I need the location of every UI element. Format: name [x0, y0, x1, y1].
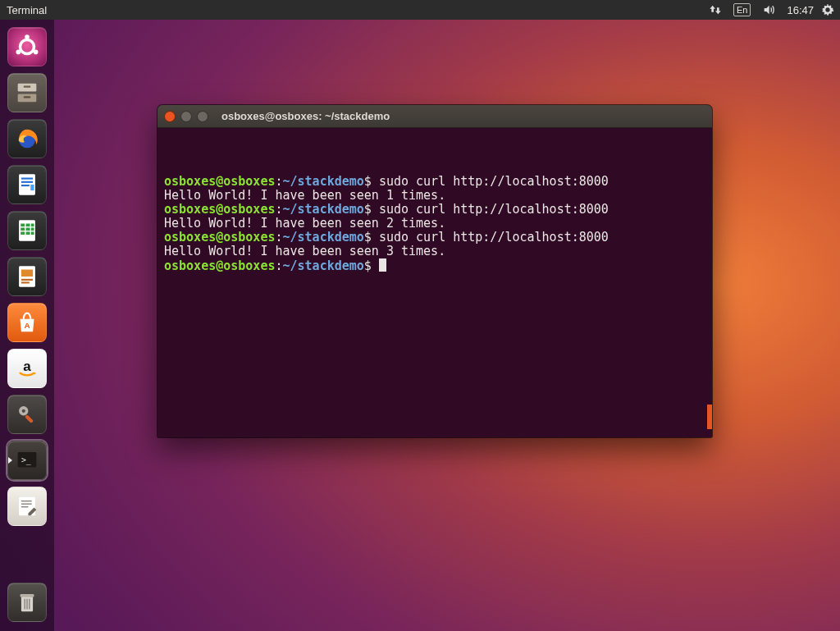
svg-rect-7: [24, 96, 31, 98]
terminal-command: sudo curl http://localhost:8000: [379, 230, 609, 245]
svg-rect-19: [26, 227, 30, 231]
terminal-cursor: [379, 258, 386, 272]
svg-point-3: [34, 50, 39, 55]
clock-indicator[interactable]: 16:47: [781, 0, 815, 20]
terminal-title: osboxes@osboxes: ~/stackdemo: [221, 110, 390, 122]
svg-rect-18: [21, 227, 25, 231]
launcher-item-software[interactable]: A: [7, 302, 48, 343]
svg-rect-36: [21, 501, 32, 501]
launcher-item-trash[interactable]: [7, 582, 48, 623]
terminal-command: sudo curl http://localhost:8000: [379, 174, 609, 189]
prompt-path: ~/stackdemo: [283, 202, 364, 217]
svg-rect-13: [30, 185, 34, 190]
svg-point-31: [22, 409, 25, 413]
shopping-bag-icon: A: [13, 309, 41, 336]
launcher-dock: A a >_: [0, 20, 54, 631]
terminal-command: sudo curl http://localhost:8000: [379, 202, 609, 217]
window-minimize-button[interactable]: [180, 111, 192, 122]
language-code: En: [733, 3, 751, 16]
impress-slide-icon: [13, 263, 41, 290]
terminal-line: Hello World! I have been seen 2 times.: [164, 217, 705, 231]
svg-rect-25: [21, 270, 33, 277]
launcher-item-writer[interactable]: [7, 164, 48, 205]
launcher-item-impress[interactable]: [7, 256, 48, 297]
svg-point-0: [21, 40, 34, 54]
svg-rect-17: [31, 224, 34, 227]
svg-rect-27: [21, 281, 30, 283]
window-close-button[interactable]: [164, 111, 176, 122]
top-menubar: Terminal En 16:47: [0, 0, 840, 20]
terminal-scrollbar[interactable]: [707, 405, 712, 429]
svg-rect-12: [21, 185, 30, 186]
network-updown-icon: [709, 3, 722, 16]
svg-rect-6: [24, 86, 31, 88]
terminal-body[interactable]: osboxes@osboxes:~/stackdemo$ sudo curl h…: [158, 128, 712, 437]
svg-rect-20: [31, 227, 34, 231]
prompt-sep: :: [275, 230, 282, 245]
gear-icon: [821, 3, 834, 16]
terminal-line: osboxes@osboxes:~/stackdemo$: [164, 258, 705, 273]
firefox-icon: [13, 125, 41, 153]
launcher-item-dash[interactable]: [7, 26, 48, 67]
svg-point-2: [16, 50, 21, 55]
launcher-item-firefox[interactable]: [7, 118, 48, 159]
active-app-label: Terminal: [7, 4, 47, 16]
launcher-item-calc[interactable]: [7, 210, 48, 251]
terminal-output: Hello World! I have been seen 1 times.: [164, 188, 445, 203]
terminal-line: Hello World! I have been seen 1 times.: [164, 189, 705, 203]
prompt-symbol: $: [364, 258, 379, 273]
ubuntu-logo-icon: [13, 33, 41, 61]
terminal-line: osboxes@osboxes:~/stackdemo$ sudo curl h…: [164, 175, 705, 189]
prompt-userhost: osboxes@osboxes: [164, 202, 275, 217]
svg-rect-15: [21, 224, 25, 227]
prompt-path: ~/stackdemo: [283, 258, 364, 273]
amazon-icon: a: [13, 354, 41, 382]
prompt-path: ~/stackdemo: [283, 230, 364, 245]
prompt-sep: :: [275, 174, 282, 189]
prompt-symbol: $: [364, 202, 379, 217]
window-maximize-button[interactable]: [197, 111, 208, 122]
svg-rect-16: [26, 224, 30, 227]
svg-rect-11: [21, 181, 33, 183]
launcher-item-settings[interactable]: [7, 394, 48, 435]
prompt-userhost: osboxes@osboxes: [164, 174, 275, 189]
svg-point-1: [25, 34, 30, 39]
svg-rect-37: [21, 503, 32, 504]
svg-rect-21: [21, 231, 25, 235]
terminal-line: Hello World! I have been seen 3 times.: [164, 245, 705, 258]
terminal-output: Hello World! I have been seen 2 times.: [164, 216, 445, 231]
launcher-item-files[interactable]: [7, 72, 48, 113]
svg-rect-41: [24, 599, 25, 610]
svg-rect-43: [29, 599, 30, 610]
launcher-item-terminal[interactable]: >_: [7, 440, 48, 481]
network-indicator[interactable]: [703, 0, 728, 20]
svg-text:a: a: [23, 359, 31, 374]
svg-text:A: A: [24, 321, 30, 330]
prompt-sep: :: [275, 258, 282, 273]
prompt-path: ~/stackdemo: [283, 174, 364, 189]
terminal-titlebar[interactable]: osboxes@osboxes: ~/stackdemo: [158, 105, 712, 128]
prompt-userhost: osboxes@osboxes: [164, 258, 275, 273]
running-indicator-icon: [8, 457, 12, 464]
prompt-userhost: osboxes@osboxes: [164, 230, 275, 245]
svg-rect-42: [26, 599, 27, 610]
file-cabinet-icon: [13, 79, 41, 107]
prompt-symbol: $: [364, 174, 379, 189]
terminal-line: osboxes@osboxes:~/stackdemo$ sudo curl h…: [164, 203, 705, 217]
svg-rect-26: [21, 279, 33, 281]
svg-rect-32: [25, 414, 34, 423]
system-indicator[interactable]: [815, 0, 840, 20]
launcher-item-editor[interactable]: [7, 486, 48, 527]
svg-rect-38: [21, 506, 28, 507]
trash-icon: [13, 588, 41, 616]
wrench-gear-icon: [13, 400, 41, 428]
terminal-window: osboxes@osboxes: ~/stackdemo osboxes@osb…: [158, 105, 712, 437]
language-indicator[interactable]: En: [728, 0, 756, 20]
calc-sheet-icon: [13, 217, 41, 245]
launcher-item-amazon[interactable]: a: [7, 348, 48, 389]
text-editor-icon: [13, 492, 41, 520]
terminal-line: osboxes@osboxes:~/stackdemo$ sudo curl h…: [164, 231, 705, 245]
svg-text:>_: >_: [21, 455, 31, 465]
sound-indicator[interactable]: [756, 0, 781, 20]
svg-rect-23: [31, 231, 34, 235]
